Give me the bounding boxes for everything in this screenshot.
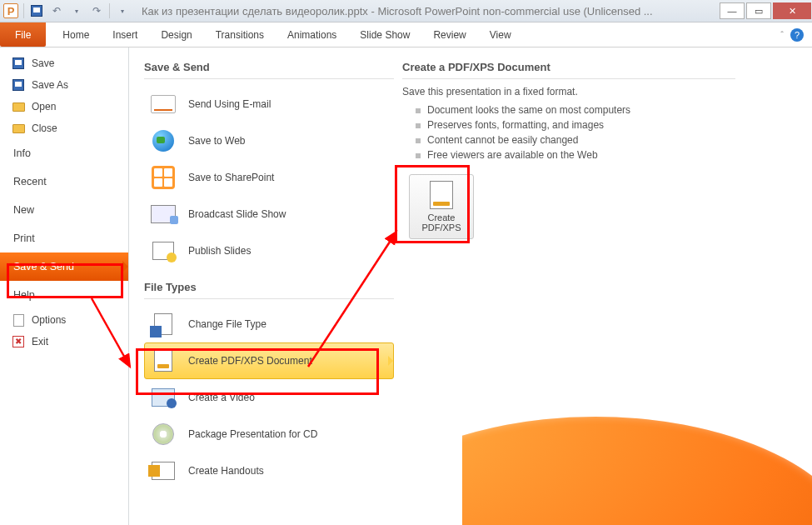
qat-dropdown-icon[interactable]: ▾ — [67, 2, 86, 20]
backstage-nav: Save Save As Open Close Info Recent New … — [0, 48, 129, 525]
sharepoint-icon — [152, 166, 175, 189]
options-icon — [12, 313, 25, 327]
pdf-big-icon — [430, 181, 453, 209]
nav-save-as[interactable]: Save As — [0, 74, 128, 96]
create-pdf-xps-button[interactable]: Create PDF/XPS — [409, 174, 474, 239]
save-icon — [12, 57, 25, 70]
bullet-item: Preserves fonts, formatting, and images — [416, 118, 735, 132]
tab-file[interactable]: File — [0, 22, 46, 47]
broadcast-icon — [151, 205, 176, 223]
nav-save-send[interactable]: Save & Send — [0, 252, 128, 281]
close-doc-icon — [12, 122, 25, 135]
qat-redo-icon[interactable]: ↷ — [87, 2, 106, 20]
tab-view[interactable]: View — [478, 22, 523, 47]
save-send-heading: Save & Send — [144, 61, 394, 73]
qat-save-icon[interactable] — [27, 2, 46, 20]
pdf-panel-desc: Save this presentation in a fixed format… — [402, 86, 735, 98]
nav-exit[interactable]: ✖Exit — [0, 331, 128, 352]
tab-home[interactable]: Home — [51, 22, 101, 47]
pdf-xps-panel: Create a PDF/XPS Document Save this pres… — [402, 61, 735, 525]
pdf-panel-heading: Create a PDF/XPS Document — [402, 61, 735, 73]
tab-design[interactable]: Design — [149, 22, 203, 47]
qat-customize-icon[interactable]: ▾ — [113, 2, 132, 20]
maximize-button[interactable]: ▭ — [746, 2, 771, 19]
opt-package-cd[interactable]: Package Presentation for CD — [144, 416, 394, 452]
close-button[interactable]: ✕ — [773, 2, 811, 19]
opt-create-video[interactable]: Create a Video — [144, 379, 394, 416]
ribbon-tabs: File Home Insert Design Transitions Anim… — [0, 22, 812, 48]
nav-new[interactable]: New — [0, 196, 128, 224]
change-type-icon — [154, 313, 172, 335]
video-icon — [152, 388, 175, 407]
ribbon-minimize-icon[interactable]: ˆ — [780, 30, 784, 40]
opt-create-handouts[interactable]: Create Handouts — [144, 452, 394, 489]
mail-icon — [151, 95, 176, 113]
open-icon — [12, 100, 25, 113]
opt-change-file-type[interactable]: Change File Type — [144, 306, 394, 342]
tab-review[interactable]: Review — [421, 22, 477, 47]
opt-broadcast[interactable]: Broadcast Slide Show — [144, 196, 394, 232]
save-as-icon — [12, 78, 25, 92]
tab-slideshow[interactable]: Slide Show — [348, 22, 421, 47]
app-icon: P — [3, 3, 18, 18]
window-title: Как из презентации сделать видеоролик.pp… — [132, 5, 719, 18]
cd-icon — [152, 423, 174, 445]
button-line1: Create — [421, 212, 461, 222]
backstage: Save Save As Open Close Info Recent New … — [0, 48, 812, 525]
nav-options[interactable]: Options — [0, 309, 128, 331]
nav-recent[interactable]: Recent — [0, 168, 128, 196]
bullet-item: Content cannot be easily changed — [416, 132, 735, 148]
pdf-icon — [154, 350, 172, 372]
opt-save-sharepoint[interactable]: Save to SharePoint — [144, 159, 394, 196]
nav-help[interactable]: Help — [0, 281, 128, 309]
opt-publish-slides[interactable]: Publish Slides — [144, 232, 394, 269]
nav-info[interactable]: Info — [0, 139, 128, 168]
globe-icon — [152, 130, 174, 152]
save-send-column: Save & Send Send Using E-mail Save to We… — [144, 61, 394, 525]
exit-icon: ✖ — [12, 335, 25, 348]
nav-close[interactable]: Close — [0, 118, 128, 139]
tab-animations[interactable]: Animations — [276, 22, 348, 47]
title-bar: P ↶ ▾ ↷ ▾ Как из презентации сделать вид… — [0, 0, 812, 22]
pdf-panel-bullets: Document looks the same on most computer… — [402, 102, 735, 162]
opt-send-email[interactable]: Send Using E-mail — [144, 86, 394, 122]
bullet-item: Free viewers are available on the Web — [416, 148, 735, 162]
button-line2: PDF/XPS — [421, 222, 461, 232]
nav-open[interactable]: Open — [0, 96, 128, 118]
tab-transitions[interactable]: Transitions — [204, 22, 276, 47]
file-types-heading: File Types — [144, 281, 394, 293]
publish-icon — [152, 242, 174, 260]
opt-save-web[interactable]: Save to Web — [144, 122, 394, 159]
handouts-icon — [152, 462, 175, 480]
qat-undo-icon[interactable]: ↶ — [47, 2, 66, 20]
nav-print[interactable]: Print — [0, 224, 128, 252]
bullet-item: Document looks the same on most computer… — [416, 102, 735, 118]
minimize-button[interactable]: — — [720, 2, 745, 19]
help-icon[interactable]: ? — [790, 28, 804, 42]
tab-insert[interactable]: Insert — [101, 22, 149, 47]
opt-create-pdf-xps[interactable]: Create PDF/XPS Document — [144, 342, 394, 379]
backstage-main: Save & Send Send Using E-mail Save to We… — [129, 48, 812, 525]
quick-access-toolbar: ↶ ▾ ↷ ▾ — [22, 2, 132, 20]
nav-save[interactable]: Save — [0, 52, 128, 74]
